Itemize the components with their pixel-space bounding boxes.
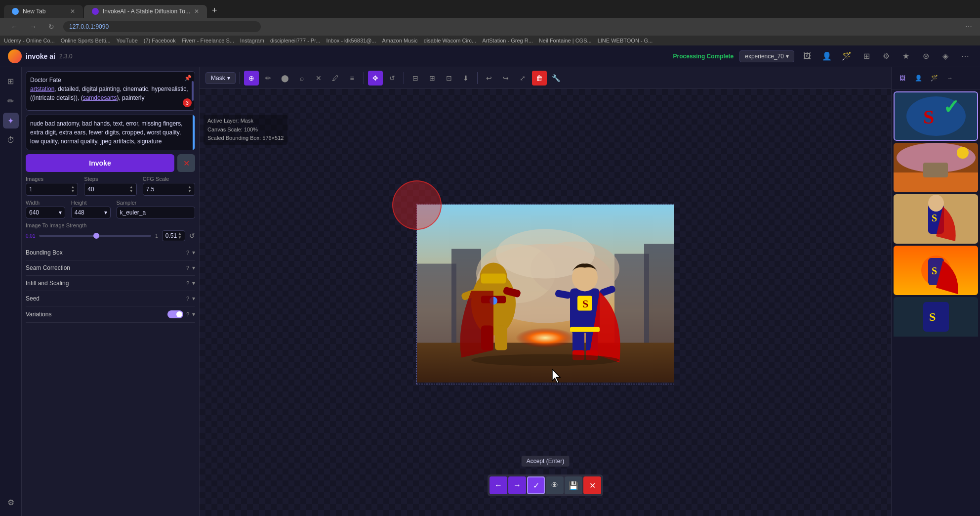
- tool-undo[interactable]: ↩: [482, 71, 496, 86]
- tool-eyedropper[interactable]: 🖊: [328, 71, 343, 86]
- seam-correction-header[interactable]: Seam Correction ? ▾: [26, 260, 195, 275]
- tool-layer1[interactable]: ⊟: [408, 71, 423, 86]
- tool-layer3[interactable]: ⊡: [442, 71, 456, 86]
- gallery-item-2[interactable]: [894, 143, 978, 192]
- images-input[interactable]: 1 ▲ ▼: [26, 183, 78, 196]
- infill-header[interactable]: Infill and Scaling ? ▾: [26, 276, 195, 291]
- discard-button[interactable]: ✕: [583, 476, 601, 494]
- header-wand-icon[interactable]: 🪄: [840, 49, 854, 63]
- steps-down[interactable]: ▼: [129, 189, 133, 193]
- next-button[interactable]: →: [508, 476, 526, 494]
- strength-slider[interactable]: [39, 235, 151, 237]
- strength-down[interactable]: ▼: [178, 236, 182, 240]
- mask-dropdown[interactable]: Mask ▾: [205, 72, 236, 84]
- tool-trash[interactable]: 🗑: [532, 71, 547, 86]
- cancel-button[interactable]: ✕: [177, 154, 195, 172]
- back-button[interactable]: ←: [8, 22, 21, 32]
- header-image-icon[interactable]: 🖼: [800, 49, 814, 63]
- url-input[interactable]: 127.0.0.1:9090: [63, 21, 261, 32]
- steps-input[interactable]: 40 ▲ ▼: [84, 183, 136, 196]
- tool-options[interactable]: ≡: [345, 71, 360, 86]
- steps-spinner[interactable]: ▲ ▼: [129, 185, 133, 193]
- cfg-input[interactable]: 7.5 ▲ ▼: [143, 183, 195, 196]
- tool-eraser[interactable]: ⬤: [278, 71, 292, 86]
- sidebar-icon-layers[interactable]: ⊞: [3, 73, 19, 89]
- prev-button[interactable]: ←: [490, 476, 507, 494]
- gallery-icon-close-panel[interactable]: →: [943, 71, 957, 85]
- tool-move[interactable]: ✥: [368, 71, 383, 86]
- bookmark-webtoon[interactable]: LINE WEBTOON - G...: [598, 38, 653, 43]
- bookmark-udemy[interactable]: Udemy - Online Co...: [4, 38, 55, 43]
- variations-help[interactable]: ?: [186, 311, 189, 317]
- strength-spinner[interactable]: ▲ ▼: [178, 232, 182, 240]
- header-user-icon[interactable]: 👤: [820, 49, 834, 63]
- tab-invoke[interactable]: InvokeAI - A Stable Diffusion To... ✕: [84, 5, 207, 18]
- accept-button[interactable]: ✓: [527, 476, 545, 494]
- gallery-icon-wand[interactable]: 🪄: [927, 71, 941, 85]
- sidebar-icon-settings-bottom[interactable]: ⚙: [3, 494, 19, 510]
- tool-layer2[interactable]: ⊞: [425, 71, 440, 86]
- bookmark-wacom[interactable]: disable Wacom Circ...: [424, 38, 477, 43]
- save-button[interactable]: 💾: [565, 476, 582, 494]
- positive-prompt-box[interactable]: Doctor Fate artstation, detailed, digita…: [26, 71, 195, 111]
- bookmark-sports[interactable]: Online Sports Betti...: [61, 38, 111, 43]
- gallery-icon-images[interactable]: 🖼: [896, 71, 909, 85]
- bookmark-youtube[interactable]: YouTube: [117, 38, 138, 43]
- bookmark-inbox[interactable]: Inbox - klk56831@...: [326, 38, 376, 43]
- strength-value[interactable]: 0.51 ▲ ▼: [162, 230, 185, 241]
- images-down[interactable]: ▼: [71, 189, 75, 193]
- sidebar-icon-brush[interactable]: ✏: [3, 93, 19, 109]
- pin-button[interactable]: 📌: [184, 75, 192, 82]
- variations-header[interactable]: Variations ? ▾: [26, 306, 195, 322]
- negative-prompt-box[interactable]: nude bad anatomy, bad hands, text, error…: [26, 115, 195, 150]
- sidebar-icon-history[interactable]: ⏱: [3, 132, 19, 148]
- header-discord-icon[interactable]: ◈: [939, 49, 952, 63]
- gallery-item-1[interactable]: S ✓: [894, 91, 978, 141]
- strength-reset[interactable]: ↺: [189, 232, 195, 240]
- seam-correction-help[interactable]: ?: [186, 265, 189, 271]
- height-input[interactable]: 448 ▾: [71, 207, 111, 218]
- tab-invoke-close[interactable]: ✕: [194, 8, 199, 15]
- bookmark-disciple[interactable]: discipleneil777 - Pr...: [270, 38, 321, 43]
- bounding-box-header[interactable]: Bounding Box ? ▾: [26, 245, 195, 260]
- header-settings-icon[interactable]: ⚙: [879, 49, 893, 63]
- experience-dropdown[interactable]: experience_70 ▾: [739, 50, 794, 62]
- bookmark-neil[interactable]: Neil Fontaine | CGS...: [539, 38, 592, 43]
- tool-add[interactable]: ⊕: [244, 71, 259, 86]
- gallery-item-3[interactable]: S: [894, 194, 978, 244]
- tool-fit[interactable]: ⤢: [515, 71, 530, 86]
- sidebar-icon-magic[interactable]: ✦: [3, 113, 19, 129]
- gallery-item-5[interactable]: S: [894, 297, 978, 346]
- infill-help[interactable]: ?: [186, 280, 189, 286]
- tool-wrench[interactable]: 🔧: [549, 71, 564, 86]
- header-grid-icon[interactable]: ⊞: [859, 49, 873, 63]
- tool-search[interactable]: ⌕: [294, 71, 309, 86]
- bookmark-instagram[interactable]: Instagram: [240, 38, 264, 43]
- tool-download[interactable]: ⬇: [458, 71, 473, 86]
- new-tab-button[interactable]: +: [208, 3, 221, 18]
- bookmark-facebook[interactable]: (7) Facebook: [144, 38, 176, 43]
- header-star-icon[interactable]: ★: [899, 49, 913, 63]
- gallery-icon-user[interactable]: 👤: [911, 71, 925, 85]
- bookmark-amazon[interactable]: Amazon Music: [382, 38, 417, 43]
- bookmark-artstation[interactable]: ArtStation - Greg R...: [482, 38, 533, 43]
- cfg-down[interactable]: ▼: [188, 189, 192, 193]
- canvas-viewport[interactable]: Active Layer: Mask Canvas Scale: 100% Sc…: [200, 89, 891, 516]
- bounding-box-help[interactable]: ?: [186, 250, 189, 256]
- tool-brush[interactable]: ✏: [261, 71, 276, 86]
- width-input[interactable]: 640 ▾: [26, 207, 65, 218]
- cfg-spinner[interactable]: ▲ ▼: [188, 185, 192, 193]
- forward-button[interactable]: →: [27, 22, 40, 32]
- seed-help[interactable]: ?: [186, 296, 189, 301]
- gallery-item-4[interactable]: S: [894, 246, 978, 295]
- refresh-button[interactable]: ↻: [45, 22, 57, 32]
- tab-close[interactable]: ✕: [70, 8, 75, 15]
- invoke-button[interactable]: Invoke: [26, 154, 174, 172]
- tool-redo[interactable]: ↪: [498, 71, 513, 86]
- tool-rotate[interactable]: ↺: [385, 71, 400, 86]
- view-button[interactable]: 👁: [546, 476, 564, 494]
- tool-close[interactable]: ✕: [311, 71, 326, 86]
- sampler-select[interactable]: k_euler_a: [117, 207, 196, 218]
- tab-new[interactable]: New Tab ✕: [4, 5, 83, 18]
- seed-header[interactable]: Seed ? ▾: [26, 291, 195, 306]
